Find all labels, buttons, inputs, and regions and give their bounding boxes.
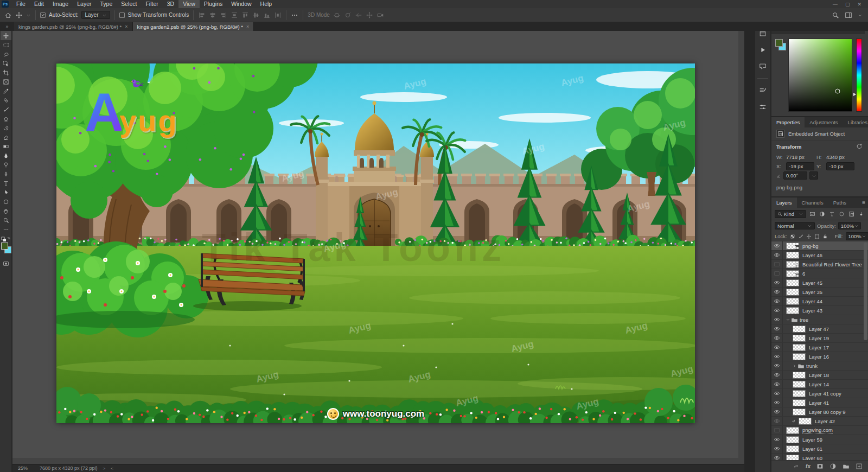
menu-item-help[interactable]: Help <box>256 0 277 8</box>
menu-item-filter[interactable]: Filter <box>141 0 162 8</box>
lock-pixels-icon[interactable] <box>798 233 803 239</box>
chevron-down-icon[interactable] <box>784 317 791 323</box>
layer-thumbnail[interactable] <box>786 455 799 461</box>
layer-name[interactable]: trunk <box>806 363 818 369</box>
layer-name[interactable]: Layer 60 <box>802 455 822 461</box>
layer-name[interactable]: Beautiful Red Flower Tree <box>802 261 862 267</box>
visibility-eye-icon[interactable] <box>771 241 783 250</box>
pen-tool[interactable] <box>1 169 11 178</box>
layer-row-layer-19[interactable]: Layer 19 <box>771 334 868 343</box>
status-collapse-icon[interactable]: < <box>111 466 113 471</box>
link-layers-icon[interactable] <box>793 463 800 470</box>
menu-item-type[interactable]: Type <box>95 0 117 8</box>
slide-3d-icon[interactable] <box>366 11 373 19</box>
layer-row-layer-44[interactable]: Layer 44 <box>771 297 868 306</box>
add-mask-icon[interactable] <box>816 463 824 470</box>
layers-scrollbar[interactable] <box>864 243 867 340</box>
layer-thumbnail[interactable] <box>786 270 799 277</box>
layer-name[interactable]: 6 <box>802 271 805 277</box>
layer-row-layer-60[interactable]: Layer 60 <box>771 454 868 460</box>
document-tab-1[interactable]: kings garden.psb @ 25% (png-bg, RGB/8#) … <box>14 22 133 31</box>
layer-name[interactable]: Layer 41 <box>809 400 829 406</box>
layer-row-beautiful-red-flower-tree[interactable]: Beautiful Red Flower Tree <box>771 260 868 269</box>
align-center-h-icon[interactable] <box>209 11 216 19</box>
roll-3d-icon[interactable] <box>344 11 352 19</box>
menu-item-layer[interactable]: Layer <box>73 0 95 8</box>
visibility-eye-icon[interactable] <box>771 315 783 324</box>
layer-thumbnail[interactable] <box>786 243 799 250</box>
visibility-eye-icon[interactable] <box>771 389 783 398</box>
layer-row-pngwing-com[interactable]: pngwing.com <box>771 426 868 435</box>
layer-row-6[interactable]: 6 <box>771 269 868 278</box>
actions-panel-icon[interactable] <box>757 44 769 55</box>
layer-row-layer-41[interactable]: Layer 41 <box>771 398 868 407</box>
canvas-document[interactable]: A yug Tik Tak Toonz AyugAyugAyugAyugAyug… <box>56 63 695 423</box>
double-chevron-icon[interactable]: » <box>0 22 14 31</box>
hand-tool[interactable] <box>1 206 11 215</box>
layer-name[interactable]: Layer 47 <box>809 326 829 332</box>
visibility-eye-icon[interactable] <box>771 288 783 296</box>
layer-row-layer-43[interactable]: Layer 43 <box>771 306 868 315</box>
layer-name[interactable]: Layer 42 <box>815 418 835 424</box>
filter-smart-objects-icon[interactable] <box>847 210 855 218</box>
canvas-pasteboard[interactable]: A yug Tik Tak Toonz AyugAyugAyugAyugAyug… <box>12 31 744 464</box>
layer-thumbnail[interactable] <box>793 335 806 342</box>
layers-tab-layers[interactable]: Layers <box>771 197 797 208</box>
chevron-right-icon[interactable] <box>791 363 797 369</box>
eyedropper-tool[interactable] <box>1 86 11 95</box>
filter-type-layers-icon[interactable] <box>828 210 835 218</box>
layer-row-layer-45[interactable]: Layer 45 <box>771 278 868 288</box>
properties-tab-adjustments[interactable]: Adjustments <box>805 117 843 127</box>
eraser-tool[interactable] <box>1 132 11 142</box>
healing-brush-tool[interactable] <box>1 95 11 105</box>
dodge-tool[interactable] <box>1 160 11 169</box>
brush-tool[interactable] <box>1 105 11 114</box>
visibility-eye-icon[interactable] <box>771 444 783 453</box>
layer-row-layer-59[interactable]: Layer 59 <box>771 435 868 444</box>
more-options-icon[interactable] <box>291 11 298 19</box>
blend-mode-dropdown[interactable]: Normal <box>775 222 815 229</box>
layer-row-layer-61[interactable]: Layer 61 <box>771 444 868 454</box>
maximize-icon[interactable]: ▢ <box>845 2 850 7</box>
layer-thumbnail[interactable] <box>786 252 799 259</box>
align-bottom-icon[interactable] <box>263 11 271 19</box>
lock-position-icon[interactable] <box>806 233 812 239</box>
move-tool[interactable] <box>1 31 11 40</box>
saturation-brightness-field[interactable] <box>788 39 852 112</box>
visibility-eye-icon[interactable] <box>771 361 783 370</box>
type-tool[interactable] <box>1 178 11 188</box>
angle-input[interactable]: 0.00° <box>783 171 807 180</box>
layer-row-layer-41-copy[interactable]: Layer 41 copy <box>771 389 868 398</box>
shape-tool[interactable] <box>1 197 11 206</box>
layer-row-layer-14[interactable]: Layer 14 <box>771 380 868 389</box>
layer-thumbnail[interactable] <box>786 279 799 286</box>
marquee-tool[interactable] <box>1 40 11 49</box>
layer-thumbnail[interactable] <box>793 344 806 351</box>
layer-name[interactable]: Layer 19 <box>809 335 829 341</box>
panel-foreground-swatch[interactable] <box>775 39 783 47</box>
layer-thumbnail[interactable] <box>786 298 799 305</box>
foreground-color-swatch[interactable] <box>1 243 8 250</box>
layer-row-layer-80-copy-9[interactable]: Layer 80 copy 9 <box>771 407 868 417</box>
visibility-eye-icon[interactable] <box>771 306 783 315</box>
edit-toolbar[interactable] <box>1 225 11 234</box>
zoom-level-field[interactable]: 25% <box>18 465 34 471</box>
h-value[interactable]: 4340 px <box>826 154 854 160</box>
vertical-scrollbar[interactable] <box>738 31 744 464</box>
properties-tab-libraries[interactable]: Libraries <box>843 117 868 127</box>
layer-thumbnail[interactable] <box>793 390 806 397</box>
menu-item-select[interactable]: Select <box>117 0 141 8</box>
hue-slider-marker[interactable] <box>853 93 856 96</box>
zoom-tool[interactable] <box>1 215 11 225</box>
minimize-icon[interactable]: — <box>833 2 838 7</box>
layer-row-trunk[interactable]: trunk <box>771 361 868 371</box>
layer-thumbnail[interactable] <box>786 261 799 268</box>
layer-name[interactable]: Layer 80 copy 9 <box>809 409 846 415</box>
distribute-vertical-icon[interactable] <box>231 11 238 19</box>
layer-thumbnail[interactable] <box>786 289 799 296</box>
menu-item-image[interactable]: Image <box>48 0 73 8</box>
color-picker-marker[interactable] <box>835 88 840 93</box>
orbit-3d-icon[interactable] <box>333 11 341 19</box>
visibility-empty-icon[interactable] <box>771 426 783 435</box>
document-tab-2[interactable]: kings garden2.psb @ 25% (png-bg, RGB/8#)… <box>133 22 254 31</box>
